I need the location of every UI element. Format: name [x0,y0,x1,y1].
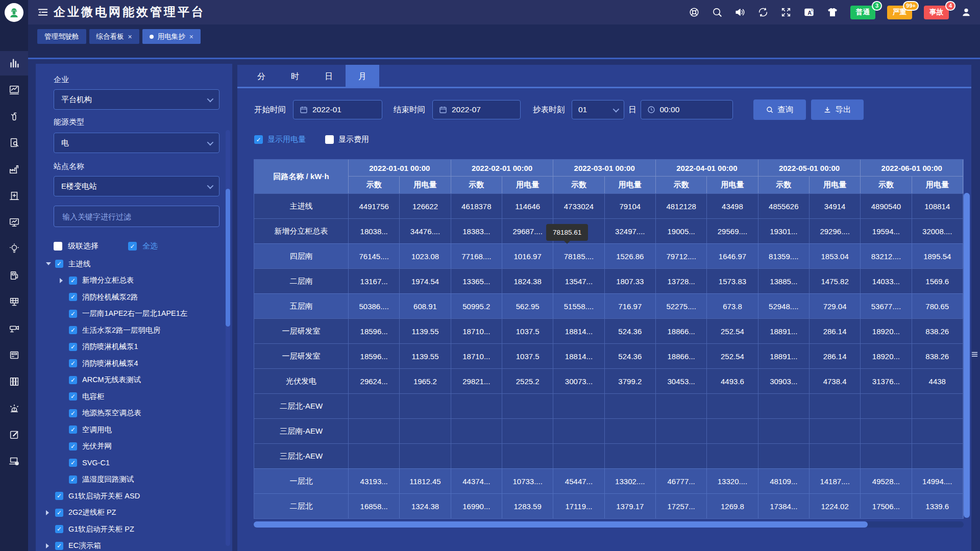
tree-item-checkbox[interactable]: ✓ [55,542,63,550]
tree-item-checkbox[interactable]: ✓ [69,277,77,285]
nav-tab[interactable]: 管理驾驶舱 [37,29,86,44]
table-row[interactable]: 三层北-AEW [254,443,963,468]
period-tab-日[interactable]: 日 [312,65,346,88]
sidebar-item-bulb[interactable] [0,237,28,261]
table-row[interactable]: 新增分立柜总表18038...34476....18383...29687...… [254,218,963,243]
end-time-input[interactable]: 2022-07 [432,100,521,119]
sidebar-item-hospital-building[interactable] [0,184,28,208]
tree-item[interactable]: ✓消防栓机械泵2路 [36,289,207,306]
tree-item[interactable]: ✓主进线 [36,256,207,272]
tree-item[interactable]: ✓电容柜 [36,388,207,405]
tree-filter-input[interactable] [54,206,219,227]
cascade-checkbox[interactable] [54,242,62,251]
tree-item-checkbox[interactable]: ✓ [69,376,77,384]
alarm-badge-事故[interactable]: 事故4 [924,6,949,19]
table-row[interactable]: 一层研发室18596...1139.5518710...1037.518814.… [254,318,963,343]
tree-item-checkbox[interactable]: ✓ [69,359,77,367]
tree-item[interactable]: ✓2G2进线柜 PZ [36,505,207,521]
tree-item-checkbox[interactable]: ✓ [69,425,77,434]
query-button[interactable]: 查询 [753,99,806,120]
volume-icon[interactable] [734,7,746,18]
tree-item-checkbox[interactable]: ✓ [69,343,77,351]
tree-item[interactable]: ✓ARCM无线表测试 [36,372,207,389]
caret-right-icon[interactable] [60,278,63,283]
alarm-badge-严重[interactable]: 严重99+ [887,6,912,19]
tree-item[interactable]: ✓EC演示箱 [36,538,207,551]
period-tab-分[interactable]: 分 [244,65,278,88]
tree-item-checkbox[interactable]: ✓ [55,260,63,268]
sidebar-item-control-panel[interactable] [0,343,28,367]
start-time-input[interactable]: 2022-01 [293,100,382,119]
sidebar-item-fire-extinguisher[interactable] [0,104,28,129]
translate-icon[interactable]: A文 [803,7,815,18]
export-button[interactable]: 导出 [811,99,864,120]
sidebar-item-alarm-beacon[interactable] [0,396,28,420]
sidebar-item-surveillance-camera[interactable] [0,316,28,341]
sidebar-item-solar-panel[interactable] [0,290,28,314]
sidebar-item-archive-cabinet[interactable] [0,369,28,394]
select-all-checkbox[interactable]: ✓ [128,242,137,251]
table-row[interactable]: 一层北43193...11812.4544374...10733....4544… [254,468,963,493]
nav-tab[interactable]: 综合看板× [89,29,139,44]
display-option-checkbox[interactable] [325,135,334,144]
sidebar-item-factory[interactable] [0,157,28,182]
tree-item-checkbox[interactable]: ✓ [69,293,77,301]
tree-item[interactable]: ✓光伏并网 [36,438,207,455]
sidebar-item-trend-chart[interactable] [0,78,28,102]
tree-item-checkbox[interactable]: ✓ [69,442,77,450]
search-icon[interactable] [712,7,723,18]
table-row[interactable]: 三层南-AEW [254,418,963,443]
table-row[interactable]: 主进线4491756126622461837811464647330247910… [254,193,963,218]
caret-right-icon[interactable] [46,510,49,515]
sidebar-item-bar-chart[interactable] [0,51,28,76]
display-option-checkbox[interactable]: ✓ [254,135,263,144]
caret-right-icon[interactable] [46,543,49,548]
tree-item[interactable]: ✓温湿度回路测试 [36,471,207,488]
tree-scrollbar-thumb[interactable] [226,189,230,327]
table-horizontal-scrollbar-track[interactable] [254,521,964,528]
tree-item-checkbox[interactable]: ✓ [69,392,77,400]
tree-item-checkbox[interactable]: ✓ [69,409,77,417]
sidebar-item-document-search[interactable] [0,131,28,155]
user-icon[interactable] [961,7,972,18]
station-select[interactable]: E楼变电站 [54,176,219,196]
tree-item[interactable]: ✓消防喷淋机械泵1 [36,339,207,356]
tree-item-checkbox[interactable]: ✓ [69,326,77,334]
table-row[interactable]: 二层北16858...1324.3816990...1283.5917119..… [254,493,963,518]
table-row[interactable]: 四层南76145....1023.0877168....1016.9778185… [254,243,963,268]
alarm-badge-普通[interactable]: 普通3 [850,6,875,19]
table-vertical-scrollbar[interactable] [964,193,970,518]
tree-item[interactable]: ✓SVG-C1 [36,455,207,471]
table-row[interactable]: 二层北-AEW [254,393,963,418]
tree-item-checkbox[interactable]: ✓ [69,475,77,484]
company-select[interactable]: 平台机构 [54,89,219,110]
sidebar-item-laptop-settings[interactable] [0,449,28,473]
tree-item-checkbox[interactable]: ✓ [55,525,63,533]
menu-collapse-icon[interactable] [37,7,48,20]
fullscreen-icon[interactable] [780,7,792,18]
sidebar-item-monitor-chart[interactable] [0,210,28,235]
tree-item[interactable]: ✓G1软启动开关柜 ASD [36,488,207,505]
panel-collapse-handle[interactable] [970,348,979,360]
meter-day-select[interactable]: 01 [572,100,624,119]
table-row[interactable]: 二层南13167...1974.5413365...1824.3813547..… [254,268,963,293]
tree-item-checkbox[interactable]: ✓ [69,310,77,318]
tree-item[interactable]: ✓消防喷淋机械泵4 [36,355,207,372]
meter-clock-input[interactable]: 00:00 [641,100,733,119]
period-tab-时[interactable]: 时 [278,65,312,88]
table-row[interactable]: 光伏发电29624...1965.229821...2525.230073...… [254,368,963,393]
tree-item[interactable]: ✓G1软启动开关柜 PZ [36,521,207,538]
energy-type-select[interactable]: 电 [54,133,219,153]
period-tab-月[interactable]: 月 [346,65,379,88]
table-row[interactable]: 五层南50386....608.9150995.2562.9551558....… [254,293,963,318]
close-icon[interactable]: × [128,33,132,40]
tree-item[interactable]: ✓地源热泵空调总表 [36,405,207,422]
sidebar-item-edit[interactable] [0,422,28,447]
tree-item[interactable]: ✓生活水泵2路一层弱电房 [36,322,207,339]
tree-item-checkbox[interactable]: ✓ [55,509,63,517]
tree-item[interactable]: ✓新增分立柜总表 [36,272,207,289]
app-logo[interactable] [5,3,23,22]
tree-item[interactable]: ✓一层南1APE2右一层北1APE1左 [36,306,207,322]
tree-scrollbar-track[interactable] [226,130,230,546]
refresh-icon[interactable] [757,7,769,18]
